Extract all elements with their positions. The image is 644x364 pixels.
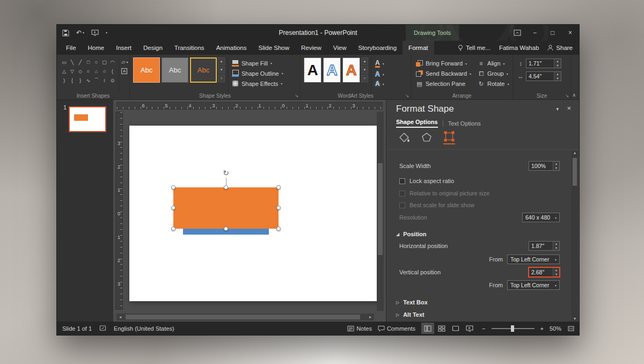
wordart-style-orange[interactable]: A	[342, 57, 360, 83]
fill-line-category-button[interactable]	[398, 132, 410, 144]
lock-aspect-ratio-checkbox[interactable]	[399, 178, 405, 184]
reading-view-button[interactable]	[449, 323, 462, 334]
gallery-up-button[interactable]: ▴	[218, 57, 225, 65]
tab-file[interactable]: File	[60, 41, 82, 55]
selection-handle-nw[interactable]	[171, 185, 175, 190]
horizontal-from-dropdown[interactable]: Top Left Corner▾	[507, 254, 560, 264]
best-scale-checkbox[interactable]	[399, 202, 405, 208]
selection-pane-button[interactable]: ▤Selection Pane	[416, 81, 471, 87]
wordart-dialog-launcher[interactable]: ↘	[405, 93, 409, 98]
horizontal-scrollbar[interactable]: ◂ ▸	[116, 314, 374, 321]
tab-transitions[interactable]: Transitions	[169, 41, 210, 55]
shape-width-stepper[interactable]: ▲▼	[554, 72, 561, 81]
pane-scroll-up-arrow[interactable]: ▲	[572, 151, 578, 155]
rotate-button[interactable]: ↻Rotate▾	[478, 81, 509, 87]
selection-handle-e[interactable]	[276, 206, 281, 210]
language-status-button[interactable]: English (United States)	[114, 325, 174, 332]
shape-outline-button[interactable]: Shape Outline▾	[232, 70, 283, 77]
position-section-header[interactable]: ◢ Position	[396, 229, 427, 239]
slide-canvas[interactable]: ↻	[129, 126, 379, 301]
gallery-down-button[interactable]: ▾	[218, 66, 225, 74]
customize-qat-button[interactable]: ▾	[106, 31, 107, 34]
scale-width-input[interactable]: 100% ▲▼	[529, 161, 560, 171]
text-fill-button[interactable]: A▾	[375, 60, 384, 68]
shape-tool-icon[interactable]: {	[71, 78, 73, 83]
shape-tool-icon[interactable]: (	[112, 69, 113, 74]
shape-effects-button[interactable]: Shape Effects▾	[232, 80, 283, 87]
shape-width-input[interactable]: 4.54" ▲▼	[526, 71, 561, 81]
vertical-from-dropdown[interactable]: Top Left Corner▾	[507, 280, 560, 290]
pane-scrollbar[interactable]: ▲ ▼	[572, 151, 578, 321]
horizontal-position-input[interactable]: 1.87" ▲▼	[529, 241, 560, 251]
close-button[interactable]: ×	[561, 25, 579, 41]
slide-sorter-view-button[interactable]	[435, 323, 448, 334]
shape-tool-icon[interactable]: ▢	[102, 60, 107, 65]
zoom-out-button[interactable]: −	[482, 325, 485, 332]
shape-tool-icon[interactable]: ◇	[78, 69, 82, 74]
pane-options-button[interactable]: ▾	[556, 106, 559, 112]
effects-category-button[interactable]	[421, 132, 433, 144]
tab-shape-options[interactable]: Shape Options	[396, 119, 438, 128]
maximize-button[interactable]: □	[544, 25, 561, 41]
shape-tool-icon[interactable]: ▽	[70, 69, 74, 74]
rotate-handle[interactable]: ↻	[223, 169, 229, 177]
proofing-status-button[interactable]	[99, 325, 106, 332]
vertical-scrollbar-thumb[interactable]	[378, 163, 383, 255]
shape-fill-button[interactable]: Shape Fill▾	[232, 60, 283, 67]
slide-thumbnail[interactable]	[69, 106, 106, 132]
tab-view[interactable]: View	[327, 41, 353, 55]
horizontal-scrollbar-thumb[interactable]	[126, 315, 360, 319]
bring-forward-button[interactable]: Bring Forward▾	[416, 60, 471, 67]
text-effects-button[interactable]: A▾	[375, 81, 384, 87]
selection-handle-n[interactable]	[224, 185, 228, 190]
collapse-ribbon-button[interactable]: ∧	[572, 92, 576, 98]
ribbon-display-options-button[interactable]	[508, 25, 526, 41]
selection-handle-w[interactable]	[171, 206, 175, 210]
zoom-in-button[interactable]: +	[540, 325, 544, 332]
size-dialog-launcher[interactable]: ↘	[565, 93, 569, 98]
shape-tool-icon[interactable]: ⌒	[94, 77, 99, 84]
gallery-more-button[interactable]: ▿	[218, 75, 225, 82]
pane-close-button[interactable]: ×	[567, 104, 571, 112]
vertical-position-input[interactable]: 2.68" ▲▼	[529, 267, 560, 277]
size-properties-category-button[interactable]	[443, 130, 455, 144]
shape-tool-icon[interactable]: )	[63, 78, 65, 83]
scale-width-stepper[interactable]: ▲▼	[553, 162, 559, 170]
shape-style-thumbnail-orange[interactable]: Abc	[133, 57, 160, 83]
shape-tool-icon[interactable]: ⊙	[111, 78, 115, 83]
minimize-button[interactable]: −	[526, 25, 544, 41]
vertical-scrollbar[interactable]	[377, 112, 384, 311]
tab-animations[interactable]: Animations	[210, 41, 253, 55]
vertical-position-stepper[interactable]: ▲▼	[553, 268, 559, 276]
zoom-slider[interactable]	[492, 325, 535, 332]
zoom-slider-thumb[interactable]	[511, 325, 514, 332]
shape-tool-icon[interactable]: ○	[87, 69, 90, 74]
tab-storyboarding[interactable]: Storyboarding	[353, 41, 403, 55]
gallery-down-button[interactable]: ▾	[361, 66, 368, 74]
shape-tool-icon[interactable]: ≀	[104, 78, 105, 83]
selection-handle-ne[interactable]	[276, 185, 281, 190]
share-button[interactable]: Share	[547, 45, 573, 51]
group-button[interactable]: ⧠Group▾	[478, 70, 509, 77]
wordart-style-black[interactable]: A	[304, 57, 321, 83]
shape-tool-icon[interactable]: ◠	[111, 60, 115, 65]
shape-tool-icon[interactable]: ○	[95, 60, 98, 65]
tab-text-options[interactable]: Text Options	[448, 120, 481, 127]
tab-review[interactable]: Review	[295, 41, 327, 55]
orange-rectangle-shape[interactable]	[173, 187, 279, 229]
horizontal-position-stepper[interactable]: ▲▼	[553, 242, 559, 250]
undo-button[interactable]: ↶▾	[76, 30, 84, 36]
edit-shape-button[interactable]: ▱▾	[121, 59, 128, 65]
resolution-dropdown[interactable]: 640 x 480▾	[522, 213, 560, 222]
tab-insert[interactable]: Insert	[110, 41, 137, 55]
gallery-more-button[interactable]: ▿	[361, 75, 368, 82]
fit-slide-to-window-button[interactable]	[567, 325, 575, 332]
selection-handle-s[interactable]	[224, 227, 228, 231]
scroll-left-arrow[interactable]: ◂	[116, 315, 124, 319]
slideshow-view-button[interactable]	[463, 323, 476, 334]
shape-height-stepper[interactable]: ▲▼	[554, 59, 561, 68]
tab-slide-show[interactable]: Slide Show	[253, 41, 296, 55]
shape-style-thumbnail-outline[interactable]: Abc	[190, 57, 217, 83]
text-box-button[interactable]: A	[121, 68, 128, 74]
undo-dropdown-arrow[interactable]: ▾	[83, 31, 84, 34]
